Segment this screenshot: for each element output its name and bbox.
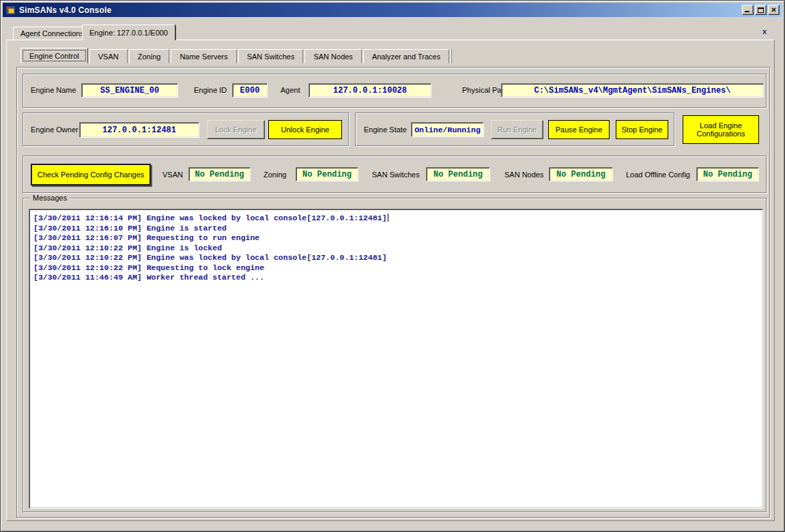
engine-name-field[interactable]: SS_ENGINE_00 (81, 83, 178, 98)
tab-engine-label: Engine: 127.0.0.1/E000 (89, 29, 168, 37)
tab-engine-control-label: Engine Control (29, 52, 79, 60)
tab-san-nodes-label: SAN Nodes (313, 53, 352, 61)
check-pending-config-button[interactable]: Check Pending Config Changes (31, 164, 151, 186)
messages-log[interactable]: [3/30/2011 12:16:14 PM] Engine was locke… (29, 209, 763, 509)
zoning-pending-label: Zoning (263, 171, 287, 179)
engine-owner-field[interactable]: 127.0.0.1:12481 (79, 122, 199, 138)
window-title: SimSANs v4.0 Console (19, 5, 742, 15)
title-bar[interactable]: SimSANs v4.0 Console ✕ (3, 3, 782, 17)
engine-id-label: Engine ID (194, 86, 227, 94)
engine-control-panel: Engine Name SS_ENGINE_00 Engine ID E000 … (16, 67, 770, 518)
tab-agent-connections-label: Agent Connections (20, 29, 84, 38)
unlock-engine-button[interactable]: Unlock Engine (268, 120, 342, 139)
log-line: [3/30/2011 12:16:07 PM] Requesting to ru… (33, 233, 758, 243)
engine-state-label: Engine State (364, 125, 407, 134)
tab-zoning[interactable]: Zoning (129, 49, 170, 63)
san-switches-pending-label: SAN Switches (372, 171, 420, 179)
engine-state-group: Engine State Online/Running Run Engine P… (355, 113, 674, 146)
pending-config-group: Check Pending Config Changes VSAN No Pen… (23, 156, 767, 193)
tab-engine[interactable]: Engine: 127.0.0.1/E000 (82, 25, 175, 40)
engine-owner-label: Engine Owner (31, 125, 78, 134)
load-engine-configurations-button[interactable]: Load Engine Configurations (683, 115, 759, 144)
san-nodes-pending-field[interactable]: No Pending (549, 167, 613, 181)
log-line: [3/30/2011 11:46:49 AM] Worker thread st… (33, 273, 758, 283)
tab-analyzer-traces[interactable]: Analyzer and Traces (363, 49, 449, 63)
messages-group-title: Messages (30, 194, 70, 202)
tab-zoning-label: Zoning (138, 53, 161, 61)
tab-san-nodes[interactable]: SAN Nodes (304, 49, 361, 63)
engine-id-field[interactable]: E000 (232, 83, 268, 98)
pause-engine-button[interactable]: Pause Engine (548, 120, 610, 139)
zoning-pending-field[interactable]: No Pending (296, 167, 358, 181)
engine-state-field[interactable]: Online/Running (411, 122, 484, 137)
tab-name-servers-label: Name Servers (180, 53, 227, 61)
engine-name-label: Engine Name (31, 86, 76, 94)
agent-label: Agent (281, 86, 300, 94)
app-window: SimSANs v4.0 Console ✕ Agent Connections… (0, 0, 785, 532)
minimize-button[interactable] (742, 5, 754, 15)
tab-analyzer-traces-label: Analyzer and Traces (372, 53, 440, 61)
lock-engine-button[interactable]: Lock Engine (207, 120, 265, 139)
tab-vsan-label: VSAN (98, 53, 119, 61)
san-nodes-pending-label: SAN Nodes (504, 171, 543, 179)
minimize-icon (745, 11, 750, 12)
load-offline-config-field[interactable]: No Pending (696, 167, 759, 181)
engine-owner-group: Engine Owner 127.0.0.1:12481 Lock Engine… (23, 113, 349, 146)
log-line: [3/30/2011 12:16:10 PM] Engine is starte… (33, 224, 758, 234)
san-switches-pending-field[interactable]: No Pending (426, 167, 490, 181)
engine-identity-group: Engine Name SS_ENGINE_00 Engine ID E000 … (23, 74, 767, 108)
vsan-pending-label: VSAN (162, 171, 183, 179)
tab-vsan[interactable]: VSAN (89, 49, 128, 63)
log-line: [3/30/2011 12:10:22 PM] Requesting to lo… (33, 263, 758, 274)
log-line: [3/30/2011 12:10:22 PM] Engine is locked (33, 243, 758, 254)
load-offline-config-label: Load Offline Config (626, 171, 690, 179)
vsan-pending-field[interactable]: No Pending (188, 167, 251, 181)
messages-group: Messages [3/30/2011 12:16:14 PM] Engine … (23, 198, 767, 512)
log-line: [3/30/2011 12:10:22 PM] Engine was locke… (33, 253, 758, 263)
tab-close-icon[interactable]: x (760, 27, 769, 37)
tab-engine-control[interactable]: Engine Control (20, 48, 88, 63)
close-icon: ✕ (771, 7, 776, 14)
tab-san-switches-label: SAN Switches (247, 53, 295, 61)
engine-tab-page: Engine Control VSAN Zoning Name Servers … (6, 40, 775, 521)
tab-strip-divider (451, 49, 452, 63)
app-icon (5, 5, 16, 15)
run-engine-button[interactable]: Run Engine (491, 120, 543, 139)
tab-name-servers[interactable]: Name Servers (171, 49, 236, 63)
tab-agent-connections[interactable]: Agent Connections (13, 27, 91, 40)
engine-subtab-strip: Engine Control VSAN Zoning Name Servers … (20, 48, 452, 63)
agent-field[interactable]: 127.0.0.1:10028 (309, 83, 431, 98)
stop-engine-button[interactable]: Stop Engine (616, 120, 668, 139)
maximize-icon (758, 8, 764, 13)
close-button[interactable]: ✕ (768, 5, 780, 15)
tab-san-switches[interactable]: SAN Switches (238, 49, 304, 63)
physical-path-field[interactable]: C:\SimSANs_v4\MgmtAgent\SimSANs_Engines\ (501, 83, 764, 98)
maximize-button[interactable] (755, 5, 767, 15)
log-line: [3/30/2011 12:16:14 PM] Engine was locke… (33, 213, 758, 224)
